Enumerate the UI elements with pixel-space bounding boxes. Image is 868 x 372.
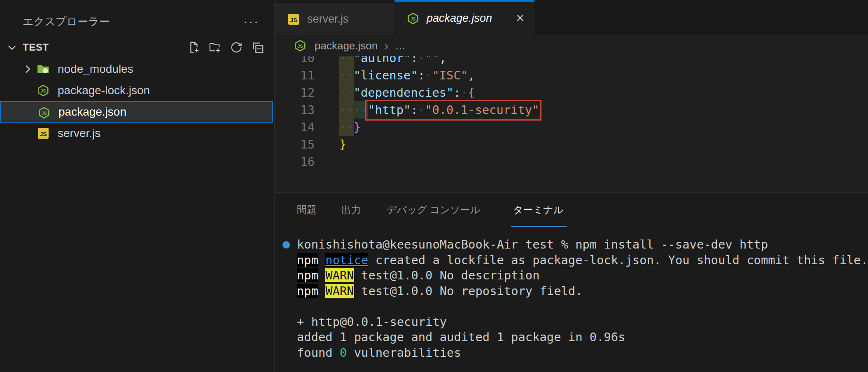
terminal-line: npm WARN test@1.0.0 No repository field. [297, 284, 868, 299]
line-number: 12 [275, 84, 315, 101]
section-actions [186, 40, 265, 55]
terminal-text [318, 284, 325, 298]
explorer-sidebar: エクスプローラー ··· TEST [0, 0, 275, 372]
file-item-label: node_modules [58, 63, 133, 76]
code-editor[interactable]: 10··"author":·"",11··"license":·"ISC",12… [275, 56, 868, 192]
chevron-down-icon [6, 41, 18, 53]
svg-text:JS: JS [411, 16, 416, 21]
token-key: "dependencies" [354, 86, 454, 100]
code-line-11: ··"license":·"ISC", [339, 67, 475, 84]
token-ws: · [425, 68, 432, 82]
tab-package-json[interactable]: JS package.json ✕ [394, 0, 534, 35]
line-number: 10 [275, 56, 315, 67]
terminal-line: added 1 package and audited 1 package in… [297, 330, 868, 345]
terminal-line: npm notice created a lockfile as package… [297, 253, 868, 268]
panel-tab-terminal[interactable]: ターミナル [513, 203, 563, 217]
token-ws: · [418, 56, 425, 65]
file-item-package-json[interactable]: JSpackage.json [0, 101, 273, 123]
breadcrumb-file[interactable]: package.json [315, 40, 378, 52]
explorer-section-test[interactable]: TEST [0, 39, 274, 56]
token-pun: : [453, 86, 460, 100]
terminal-line: + http@0.0.1-security [297, 314, 868, 330]
tab-label: package.json [427, 12, 492, 25]
line-number: 14 [275, 119, 315, 136]
tab-label: server.js [307, 13, 349, 26]
file-item-package-lock-json[interactable]: JSpackage-lock.json [0, 80, 274, 101]
js-file-icon: JS [287, 13, 300, 26]
token-str: "ISC" [432, 68, 468, 82]
token-str: "" [425, 56, 439, 65]
editor-group: JS server.js JS package.json ✕ JS packag… [275, 0, 868, 372]
file-item-node-modules[interactable]: node_modules [0, 58, 274, 80]
terminal-line [297, 299, 868, 314]
token-ws: ···· [339, 103, 368, 117]
close-icon[interactable]: ✕ [516, 12, 525, 25]
code-line-12: ··"dependencies":·{ [339, 84, 475, 101]
line-number: 13 [275, 101, 315, 119]
terminal-text: vulnerabilities [347, 346, 461, 360]
token-ws: ·· [339, 86, 354, 100]
terminal-ok-badge: 0 [340, 346, 347, 360]
node-json-icon: JS [38, 107, 50, 119]
terminal-line: npm WARN test@1.0.0 No description [297, 268, 868, 284]
token-key: "license" [354, 68, 418, 82]
explorer-header: エクスプローラー ··· [23, 12, 259, 30]
chevron-right-icon [21, 63, 34, 75]
terminal-warn-badge: WARN [325, 284, 354, 298]
tab-server-js[interactable]: JS server.js [275, 0, 394, 35]
breadcrumb-more[interactable]: … [395, 40, 406, 52]
token-pun: : [411, 56, 418, 65]
terminal-text: created a lockfile as package-lock.json.… [368, 253, 868, 267]
terminal-npm-badge: npm [297, 284, 318, 298]
terminal-text: test@1.0.0 No description [354, 268, 540, 282]
new-folder-icon[interactable] [208, 40, 222, 55]
file-list: node_modulesJSpackage-lock.jsonJSpackage… [0, 58, 274, 144]
refresh-icon[interactable] [229, 40, 244, 55]
line-number: 11 [275, 67, 315, 84]
token-ws: ·· [339, 120, 354, 134]
file-item-label: server.js [58, 127, 100, 140]
terminal-npm-badge: npm [297, 268, 318, 282]
breadcrumb: JS package.json › … [275, 35, 868, 56]
dependency-highlight-box [365, 100, 541, 121]
terminal-text: konishishota@keesunoMacBook-Air test % n… [297, 237, 768, 251]
code-line-10: ··"author":·"", [339, 56, 446, 67]
code-line-15: } [339, 136, 346, 153]
tab-bar: JS server.js JS package.json ✕ [275, 0, 868, 35]
terminal-output[interactable]: konishishota@keesunoMacBook-Air test % n… [297, 237, 868, 360]
js-icon: JS [37, 127, 49, 140]
svg-text:JS: JS [40, 131, 47, 137]
token-b2: { [468, 86, 475, 100]
node-json-icon: JS [294, 40, 306, 52]
panel-tab-output[interactable]: 出力 [341, 203, 361, 217]
terminal-text [318, 253, 325, 267]
more-actions-icon[interactable]: ··· [243, 17, 259, 26]
terminal-text: + http@0.0.1-security [297, 315, 447, 329]
active-panel-tab-underline [511, 226, 567, 227]
terminal-text [318, 268, 325, 282]
node-json-icon: JS [407, 12, 419, 25]
svg-text:JS: JS [290, 17, 297, 23]
explorer-title: エクスプローラー [23, 14, 110, 29]
code-line-14: ··} [339, 119, 361, 136]
terminal-text: test@1.0.0 No repository field. [354, 284, 583, 298]
panel-tab-debug-console[interactable]: デバッグ コンソール [387, 203, 480, 217]
bottom-panel: 問題 出力 デバッグ コンソール ターミナル konishishota@kees… [275, 192, 868, 372]
token-ws: ·· [339, 68, 354, 82]
file-item-label: package.json [58, 105, 126, 119]
terminal-text: added 1 package and audited 1 package in… [297, 330, 625, 344]
svg-text:JS: JS [41, 88, 46, 93]
terminal-text: found [297, 346, 340, 360]
breadcrumb-separator-icon: › [384, 39, 388, 53]
new-file-icon[interactable] [186, 40, 201, 55]
line-number: 15 [275, 136, 315, 153]
section-label: TEST [23, 42, 49, 53]
token-key: "author" [354, 56, 411, 65]
svg-text:JS: JS [298, 44, 303, 49]
terminal-warn-badge: WARN [325, 268, 354, 282]
token-b1: } [339, 137, 346, 151]
file-item-server-js[interactable]: JSserver.js [0, 123, 274, 144]
panel-tab-problems[interactable]: 問題 [297, 203, 317, 217]
svg-text:JS: JS [42, 111, 47, 116]
collapse-all-icon[interactable] [250, 40, 265, 55]
